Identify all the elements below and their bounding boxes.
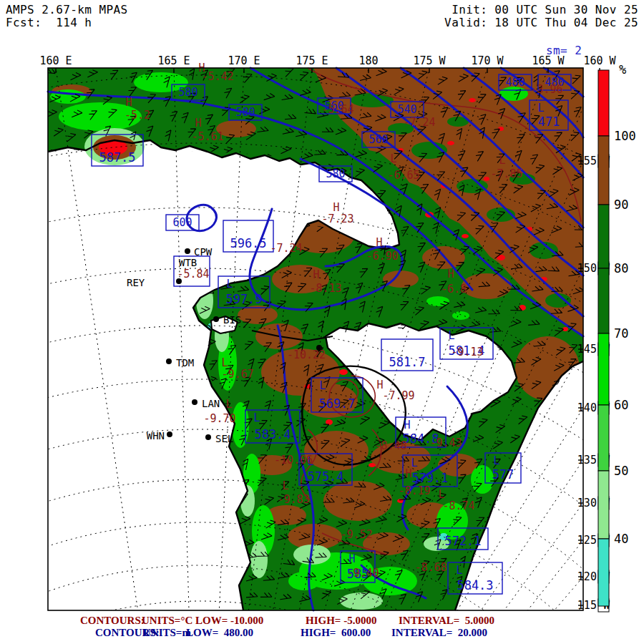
height-value: 583.4 bbox=[254, 427, 291, 441]
extremum-mark: L bbox=[411, 457, 417, 469]
top-axis-label: 160 W bbox=[583, 54, 616, 67]
temp-extremum-mark: L bbox=[390, 152, 396, 165]
station-marker bbox=[316, 345, 322, 351]
temp-value-label: -6.8 bbox=[441, 283, 467, 296]
station-id: CPW bbox=[194, 246, 213, 258]
colorbar-tick-label: 80 bbox=[614, 261, 628, 275]
ellipse-shape bbox=[452, 311, 469, 320]
temp-value-label: -7.23 bbox=[321, 213, 353, 225]
height-value: 597.9 bbox=[225, 292, 262, 306]
height-value: 584.3 bbox=[457, 578, 493, 592]
temp-value-label: -5.84 bbox=[177, 268, 209, 280]
temp-value-label: -8.48 bbox=[374, 439, 406, 452]
extremum-mark: L bbox=[537, 102, 544, 114]
temp-value-label: -7.24 bbox=[403, 116, 435, 129]
height-value: 540 bbox=[397, 103, 416, 116]
temp-value-label: -9.40 bbox=[346, 567, 379, 580]
temp-value-label: -10.06 bbox=[274, 454, 313, 467]
extremum-mark: L bbox=[253, 411, 260, 424]
temp-value-label: -5.64 bbox=[321, 103, 353, 116]
colorbar-segment bbox=[598, 136, 609, 205]
height-value: 579.1 bbox=[411, 471, 448, 485]
contour-info-cell: INTERVAL= 5.0000 bbox=[399, 615, 494, 627]
colorbar-segment bbox=[598, 70, 609, 136]
height-contour-info: CONTOURS:UNITS=mLOW= 480.00HIGH= 600.00I… bbox=[0, 627, 644, 638]
station-dot bbox=[176, 278, 182, 284]
temp-extremum-mark: L bbox=[225, 398, 232, 411]
colorbar-segment bbox=[598, 333, 609, 405]
station-id: TDM bbox=[176, 357, 194, 369]
temp-extremum-mark: H bbox=[447, 268, 454, 280]
extremum-mark: L bbox=[456, 564, 462, 577]
colorbar-segment bbox=[598, 471, 609, 539]
temp-extremum-mark: H bbox=[313, 268, 319, 281]
extremum-mark: H bbox=[348, 552, 355, 565]
height-value: 587.5 bbox=[99, 150, 135, 165]
top-axis-label: 180 bbox=[358, 54, 378, 67]
station-dot bbox=[192, 399, 197, 405]
station-id: WHN bbox=[147, 430, 165, 441]
temp-value-label: -8.68 bbox=[414, 561, 447, 574]
station-dot bbox=[167, 431, 172, 437]
height-value: 560 bbox=[369, 133, 388, 146]
rh-colorbar: %100908070605040 bbox=[598, 62, 636, 606]
temp-extremum-mark: H bbox=[195, 117, 201, 130]
contour-info-cell: UNITS=°C bbox=[142, 615, 192, 627]
temp-value-label: -9.83 bbox=[277, 493, 309, 506]
height-value: 480 bbox=[505, 76, 525, 89]
contour-info-cell: LOW= 480.00 bbox=[186, 627, 253, 639]
colorbar-segment bbox=[598, 205, 609, 268]
ellipse-shape bbox=[484, 177, 489, 181]
height-value: 580 bbox=[178, 86, 197, 99]
colorbar-tick-label: 60 bbox=[614, 398, 628, 412]
temp-extremum-mark: H bbox=[405, 467, 411, 480]
contour-info-cell: LOW= -10.000 bbox=[195, 615, 263, 627]
station-id: BIS bbox=[223, 314, 241, 326]
temp-value-label: -8.13 bbox=[309, 282, 341, 295]
top-axis-label: 160 E bbox=[39, 54, 72, 67]
ellipse-shape bbox=[339, 369, 348, 375]
height-value: 575.4 bbox=[307, 469, 343, 484]
top-axis-label: 175 W bbox=[413, 54, 446, 67]
extremum-mark: H bbox=[404, 419, 410, 431]
height-value: 572.1 bbox=[444, 534, 481, 548]
top-axis-label: 170 E bbox=[228, 54, 260, 67]
height-value: 569.7 bbox=[318, 396, 355, 411]
colorbar-segment bbox=[598, 405, 609, 471]
contour-info-cell: HIGH= -5.0000 bbox=[306, 615, 376, 627]
temp-value-label: -9.43 bbox=[429, 436, 462, 449]
height-value: 580 bbox=[235, 106, 255, 119]
station-dot bbox=[213, 316, 219, 322]
top-axis-label: 165 E bbox=[157, 54, 190, 67]
colorbar-title: % bbox=[619, 62, 626, 77]
colorbar-segment bbox=[598, 539, 609, 606]
ellipse-shape bbox=[469, 98, 476, 102]
ellipse-shape bbox=[447, 141, 454, 145]
station-id: WTB bbox=[179, 257, 197, 268]
temp-value-label: -6.90 bbox=[366, 250, 398, 263]
temp-value-label: -9.52 bbox=[340, 528, 372, 541]
temp-value-label: -7.99 bbox=[382, 389, 414, 402]
temp-value-label: -7.24 bbox=[270, 242, 302, 255]
ellipse-shape bbox=[462, 234, 469, 238]
temp-value-label: -8.74 bbox=[442, 499, 474, 512]
amps-forecast-plot: AMPS 2.67-km MPAS Fcst: 114 h Init: 00 U… bbox=[0, 0, 644, 644]
colorbar-segment bbox=[598, 268, 609, 333]
ellipse-shape bbox=[340, 592, 383, 610]
height-value: 600 bbox=[172, 216, 192, 229]
station-dot bbox=[166, 358, 172, 364]
temp-contour-info: CONTOURS:UNITS=°CLOW= -10.000HIGH= -5.00… bbox=[0, 615, 644, 626]
station-dot bbox=[205, 434, 211, 440]
ellipse-shape bbox=[471, 465, 494, 494]
top-axis-label: 165 W bbox=[532, 54, 565, 67]
temp-value-label: -5.61 bbox=[191, 130, 223, 143]
station-marker: WTB bbox=[179, 257, 197, 268]
extremum-mark: L bbox=[226, 278, 233, 291]
temp-value-label: -5.42 bbox=[201, 70, 233, 83]
station-dot bbox=[316, 345, 322, 351]
height-value: 471 bbox=[538, 114, 560, 129]
temp-extremum-mark: H bbox=[376, 236, 382, 249]
temp-extremum-mark: H bbox=[125, 96, 132, 109]
station-id: LAN bbox=[202, 398, 220, 409]
contour-info-cell: UNITS=m bbox=[143, 627, 191, 639]
